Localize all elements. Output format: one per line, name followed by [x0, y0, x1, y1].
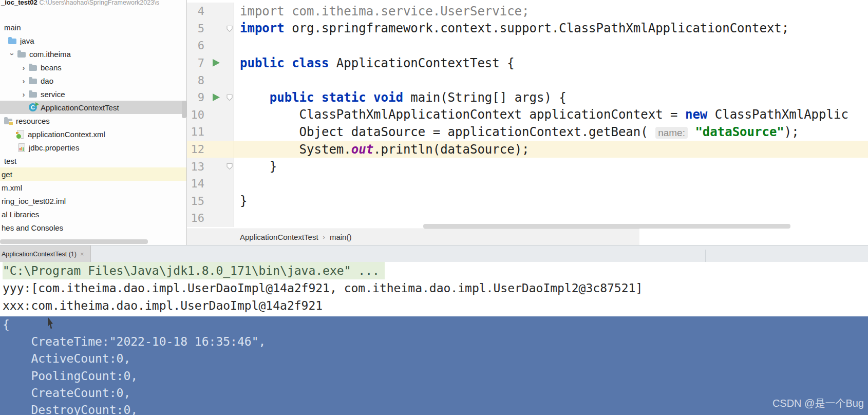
- line-number: 15: [187, 195, 204, 208]
- spring-icon: [17, 130, 24, 139]
- run-icon[interactable]: [213, 59, 220, 67]
- tree-item-label: dao: [41, 77, 53, 85]
- code-token: Object dataSource = applicationContext.g…: [240, 125, 655, 139]
- line-number: 10: [187, 108, 204, 121]
- tree-item-label: com.itheima: [29, 50, 71, 59]
- tree-item-label: ApplicationContextTest: [41, 103, 119, 112]
- project-vertical-scrollbar[interactable]: [182, 101, 186, 118]
- tree-item-java[interactable]: java: [0, 34, 186, 47]
- code-token: public class: [240, 56, 329, 70]
- breadcrumb-item-main[interactable]: main(): [330, 233, 352, 241]
- run-icon[interactable]: [213, 93, 220, 101]
- selected-console-line: ActiveCount:0,: [0, 350, 868, 367]
- code-token: [688, 125, 695, 139]
- editor-gutter: 8: [187, 71, 234, 89]
- console-tab-applicationcontexttest[interactable]: ApplicationContextTest (1) ×: [0, 246, 91, 262]
- tree-item-beans[interactable]: ›beans: [0, 61, 186, 74]
- code-line-13[interactable]: 13 }: [187, 158, 868, 175]
- tree-item-jdbc-properties[interactable]: jdbc.properties: [0, 141, 186, 154]
- project-horizontal-scrollbar[interactable]: [0, 239, 148, 244]
- line-number: 5: [187, 22, 204, 35]
- selected-console-line: CreateTime:"2022-10-18 16:35:46",: [0, 333, 868, 350]
- chevron-right-icon[interactable]: ›: [18, 90, 29, 99]
- code-text: }: [234, 159, 868, 174]
- console-command-text: "C:\Program Files\Java\jdk1.8.0_171\bin\…: [3, 262, 385, 279]
- fold-marker-icon[interactable]: [226, 163, 233, 170]
- code-token: main(String[] args) {: [403, 90, 567, 105]
- code-text: }: [234, 194, 868, 208]
- console-line-2: yyy:[com.itheima.dao.impl.UserDaoImpl@14…: [0, 279, 868, 297]
- breadcrumb-separator-icon: ›: [323, 233, 325, 241]
- code-token: ApplicationContextTest {: [329, 56, 514, 70]
- line-number: 11: [187, 125, 204, 138]
- editor-horizontal-scrollbar[interactable]: [423, 224, 790, 229]
- code-token: public static void: [270, 90, 403, 105]
- fold-marker-icon[interactable]: [226, 94, 233, 101]
- code-line-10[interactable]: 10 ClassPathXmlApplicationContext applic…: [187, 106, 868, 124]
- line-number: 13: [187, 160, 204, 173]
- code-token: org.springframework.context.support.Clas…: [285, 21, 789, 35]
- line-number: 9: [187, 91, 204, 104]
- tree-item-hes-and-consoles[interactable]: hes and Consoles: [0, 221, 186, 234]
- tree-item-al-libraries[interactable]: al Libraries: [0, 208, 186, 221]
- tree-item-com-itheima[interactable]: ›com.itheima: [0, 47, 186, 61]
- code-line-15[interactable]: 15}: [187, 193, 868, 210]
- code-line-5[interactable]: 5import org.springframework.context.supp…: [187, 20, 868, 37]
- tree-item-dao[interactable]: ›dao: [0, 74, 186, 87]
- code-line-11[interactable]: 11 Object dataSource = applicationContex…: [187, 123, 868, 141]
- tree-item-applicationcontext-xml[interactable]: applicationContext.xml: [0, 127, 186, 141]
- close-icon[interactable]: ×: [80, 250, 84, 258]
- console-line-1: "C:\Program Files\Java\jdk1.8.0_171\bin\…: [0, 262, 868, 279]
- code-token: }: [240, 194, 247, 208]
- class-icon: [29, 103, 37, 111]
- code-token: [240, 90, 270, 105]
- tree-item-service[interactable]: ›service: [0, 87, 186, 101]
- tree-item-main[interactable]: main: [0, 21, 186, 34]
- line-number: 12: [187, 143, 204, 156]
- props-icon: [18, 143, 25, 152]
- chevron-right-icon[interactable]: ›: [18, 63, 29, 72]
- tree-item-m-xml[interactable]: m.xml: [0, 181, 186, 194]
- selected-console-line: PoolingCount:0,: [0, 368, 868, 385]
- tree-item-ring-ioc-test02-iml[interactable]: ring_ioc_test02.iml: [0, 194, 186, 208]
- folder-pkg-icon: [29, 92, 37, 98]
- code-token: import com.itheima.service.UserService;: [240, 4, 530, 18]
- editor-gutter: 14: [187, 175, 234, 193]
- console-selected-block[interactable]: { CreateTime:"2022-10-18 16:35:46", Acti…: [0, 316, 868, 415]
- project-tree: mainjava›com.itheima›beans›dao›serviceAp…: [0, 21, 186, 234]
- code-editor[interactable]: 4import com.itheima.service.UserService;…: [187, 0, 868, 229]
- tree-item-label: hes and Consoles: [2, 223, 63, 232]
- line-number: 4: [187, 5, 204, 17]
- code-line-9[interactable]: 9 public static void main(String[] args)…: [187, 89, 868, 106]
- chevron-down-icon[interactable]: ›: [8, 49, 17, 59]
- code-text: public static void main(String[] args) {: [234, 90, 868, 105]
- line-number: 6: [187, 39, 204, 52]
- tree-item-label: main: [4, 23, 21, 32]
- code-token: out: [351, 142, 373, 157]
- tree-item-test[interactable]: test: [0, 154, 186, 167]
- code-line-4[interactable]: 4import com.itheima.service.UserService;: [187, 3, 868, 20]
- code-text: ClassPathXmlApplicationContext applicati…: [234, 107, 868, 122]
- tree-item-label: test: [4, 157, 16, 165]
- tree-item-applicationcontexttest[interactable]: ApplicationContextTest: [0, 101, 186, 114]
- tree-item-label: beans: [41, 63, 62, 72]
- code-text: public class ApplicationContextTest {: [234, 56, 868, 70]
- code-line-14[interactable]: 14: [187, 175, 868, 193]
- code-token: "dataSource": [695, 125, 784, 139]
- code-token: System.: [240, 142, 351, 157]
- tree-item-resources[interactable]: resources: [0, 114, 186, 127]
- fold-marker-icon[interactable]: [226, 25, 233, 32]
- code-line-7[interactable]: 7public class ApplicationContextTest {: [187, 54, 868, 72]
- tree-item-label: get: [2, 170, 12, 179]
- code-line-6[interactable]: 6: [187, 37, 868, 54]
- code-line-12[interactable]: 12 System.out.println(dataSource);: [187, 141, 868, 158]
- tree-item-get[interactable]: get: [0, 167, 186, 181]
- editor-gutter: 16: [187, 210, 234, 227]
- console-line-3: xxx:com.itheima.dao.impl.UserDaoImpl@14a…: [0, 297, 868, 314]
- selected-console-line: {: [0, 316, 868, 333]
- code-line-8[interactable]: 8: [187, 71, 868, 89]
- editor-gutter: 12: [187, 141, 234, 158]
- breadcrumb-item-applicationcontexttest[interactable]: ApplicationContextTest: [240, 233, 318, 241]
- chevron-right-icon[interactable]: ›: [18, 77, 29, 85]
- tree-item-label: ring_ioc_test02.iml: [2, 197, 66, 205]
